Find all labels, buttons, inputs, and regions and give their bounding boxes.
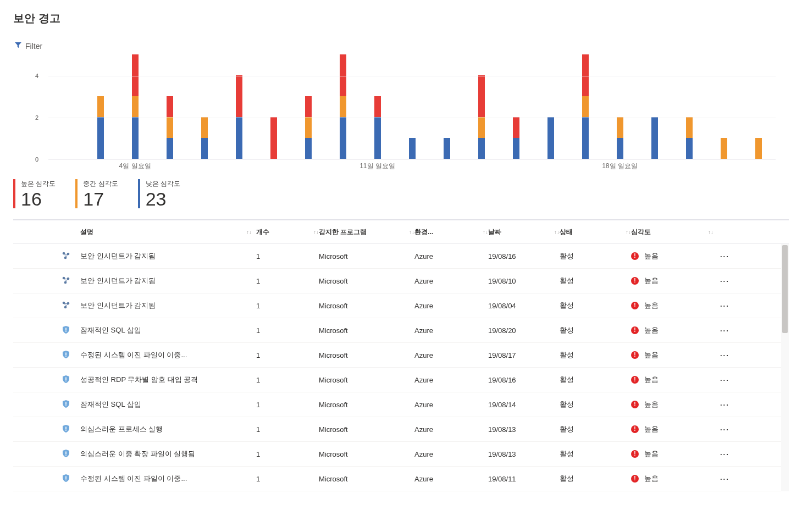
row-more-button[interactable]: ···: [713, 425, 782, 434]
bar-segment: [132, 117, 139, 159]
cell-count: 1: [256, 450, 319, 458]
severity-high-icon: !: [631, 475, 639, 483]
bar-group[interactable]: [256, 54, 291, 159]
scrollbar-thumb[interactable]: [782, 245, 788, 333]
bar-group[interactable]: [568, 54, 602, 159]
row-more-button[interactable]: ···: [713, 351, 782, 359]
bar-segment: [444, 138, 450, 159]
col-detected-header[interactable]: 감지한 프로그램 ↑↓: [319, 228, 414, 237]
bar-group[interactable]: [429, 54, 464, 159]
scrollbar[interactable]: [781, 244, 789, 491]
bar-segment: [132, 96, 139, 117]
bar-group[interactable]: [395, 54, 429, 159]
cell-count: 1: [256, 351, 319, 359]
summary-item[interactable]: 높은 심각도16: [13, 179, 56, 208]
cell-severity: !높음: [631, 400, 713, 409]
table-row[interactable]: 의심스러운 이중 확장 파일이 실행됨1MicrosoftAzure19/08/…: [13, 442, 789, 467]
table-row[interactable]: 잠재적인 SQL 삽입1MicrosoftAzure19/08/20활성!높음·…: [13, 318, 789, 343]
gridline: [48, 76, 776, 76]
bar: [547, 117, 554, 159]
table-row[interactable]: 잠재적인 SQL 삽입1MicrosoftAzure19/08/14활성!높음·…: [13, 392, 789, 417]
bar-segment: [201, 138, 208, 159]
cell-count: 1: [256, 475, 319, 483]
bar-group[interactable]: [152, 54, 187, 159]
bar-group[interactable]: [48, 54, 83, 159]
cell-count: 1: [256, 252, 319, 261]
row-more-button[interactable]: ···: [713, 376, 782, 384]
bar-segment: [409, 138, 416, 159]
bar-segment: [651, 117, 658, 159]
bar-group[interactable]: [672, 54, 706, 159]
bar-group[interactable]: [533, 54, 568, 159]
bar-group[interactable]: [637, 54, 672, 159]
table-row[interactable]: 성공적인 RDP 무차별 암호 대입 공격1MicrosoftAzure19/0…: [13, 368, 789, 392]
severity-high-icon: !: [631, 252, 639, 260]
sort-icon: ↑↓: [708, 229, 713, 235]
bar-group[interactable]: [360, 54, 395, 159]
bar-group[interactable]: [187, 54, 222, 159]
table-row[interactable]: 보안 인시던트가 감지됨1MicrosoftAzure19/08/10활성!높음…: [13, 269, 789, 293]
chart-plot: [48, 55, 776, 159]
bar-group[interactable]: [706, 54, 741, 159]
xtick-label: 11일 일요일: [359, 162, 395, 171]
col-description-header[interactable]: 설명 ↑↓: [80, 228, 256, 237]
svg-point-0: [63, 252, 65, 254]
cell-date: 19/08/17: [488, 351, 560, 359]
cell-description: 보안 인시던트가 감지됨: [80, 276, 256, 286]
table-row[interactable]: 의심스러운 프로세스 실행1MicrosoftAzure19/08/13활성!높…: [13, 417, 789, 442]
row-more-button[interactable]: ···: [713, 475, 782, 483]
summary-item[interactable]: 중간 심각도17: [75, 179, 118, 208]
bar-segment: [513, 117, 519, 138]
table-row[interactable]: 보안 인시던트가 감지됨1MicrosoftAzure19/08/16활성!높음…: [13, 244, 789, 269]
cell-count: 1: [256, 425, 319, 434]
table-row[interactable]: 보안 인시던트가 감지됨1MicrosoftAzure19/08/04활성!높음…: [13, 293, 789, 318]
bar-segment: [340, 54, 346, 96]
bar-segment: [167, 96, 173, 117]
bar-segment: [617, 117, 623, 138]
bar-group[interactable]: [222, 54, 256, 159]
bar-group[interactable]: [325, 54, 360, 159]
shield-icon: [62, 375, 70, 384]
bar: [305, 96, 312, 159]
bar-group[interactable]: [741, 54, 776, 159]
col-date-header[interactable]: 날짜 ↑↓: [488, 228, 560, 237]
row-more-button[interactable]: ···: [713, 252, 782, 261]
table-row[interactable]: 수정된 시스템 이진 파일이 이중...1MicrosoftAzure19/08…: [13, 343, 789, 368]
bar-segment: [721, 138, 727, 159]
col-count-header[interactable]: 개수 ↑↓: [256, 228, 319, 237]
bar-group[interactable]: [118, 54, 152, 159]
col-status-header[interactable]: 상태 ↑↓: [560, 228, 631, 237]
row-more-button[interactable]: ···: [713, 401, 782, 409]
bar: [201, 117, 208, 159]
bar-group[interactable]: [291, 54, 325, 159]
row-more-button[interactable]: ···: [713, 326, 782, 335]
filter-button[interactable]: Filter: [13, 39, 43, 53]
summary-item[interactable]: 낮은 심각도23: [138, 179, 180, 208]
cell-date: 19/08/13: [488, 425, 560, 434]
ytick-label: 2: [35, 114, 38, 121]
bar-segment: [755, 138, 762, 159]
col-env-header[interactable]: 환경... ↑↓: [414, 228, 488, 237]
bar-segment: [513, 138, 519, 159]
cell-environment: Azure: [414, 475, 488, 483]
table-row[interactable]: 수정된 시스템 이진 파일이 이중...1MicrosoftAzure19/08…: [13, 467, 789, 491]
bar-group[interactable]: [464, 54, 499, 159]
severity-high-icon: !: [631, 326, 639, 334]
cell-date: 19/08/16: [488, 376, 560, 384]
col-severity-header[interactable]: 심각도 ↑↓: [631, 228, 713, 237]
severity-label: 높음: [644, 424, 659, 434]
cell-status: 활성: [560, 474, 631, 484]
row-more-button[interactable]: ···: [713, 277, 782, 285]
bar-group[interactable]: [602, 54, 637, 159]
row-more-button[interactable]: ···: [713, 302, 782, 310]
cell-detected-by: Microsoft: [319, 351, 414, 359]
summary-value: 23: [146, 190, 180, 208]
sort-icon: ↑↓: [313, 229, 319, 235]
bar-group[interactable]: [499, 54, 533, 159]
cell-detected-by: Microsoft: [319, 277, 414, 285]
row-more-button[interactable]: ···: [713, 450, 782, 458]
bar-segment: [547, 117, 554, 159]
bar-group[interactable]: [83, 54, 118, 159]
severity-label: 높음: [644, 400, 659, 409]
bar-segment: [97, 117, 104, 159]
